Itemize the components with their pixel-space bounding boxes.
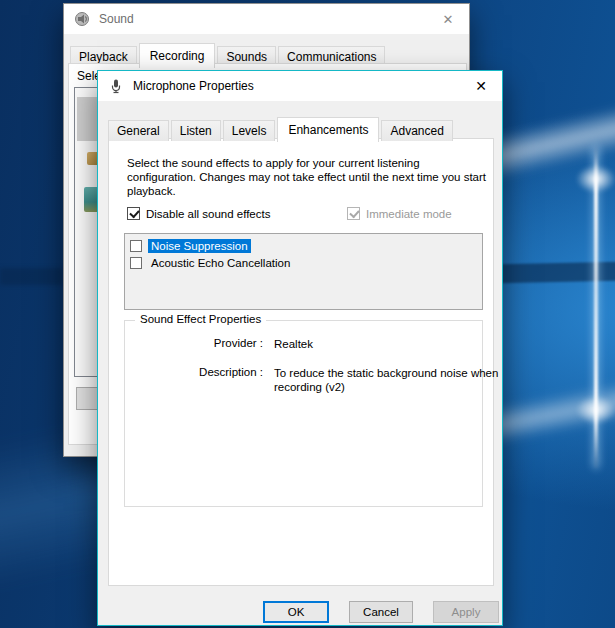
wallpaper-window-edge: [594, 146, 598, 468]
immediate-mode-label: Immediate mode: [366, 208, 452, 220]
wallpaper-window-pane-gap: [498, 262, 615, 284]
tab-enhancements[interactable]: Enhancements: [277, 117, 379, 142]
tab-advanced[interactable]: Advanced: [381, 120, 452, 141]
tab-levels[interactable]: Levels: [223, 120, 276, 141]
ok-button[interactable]: OK: [263, 601, 329, 623]
group-title: Sound Effect Properties: [135, 313, 266, 325]
mic-close-icon[interactable]: ✕: [460, 71, 502, 101]
microphone-icon: [108, 78, 124, 94]
disable-all-label: Disable all sound effects: [146, 208, 270, 220]
sound-effects-list[interactable]: Noise Suppression Acoustic Echo Cancella…: [124, 233, 483, 310]
checkbox-checked-icon[interactable]: [127, 207, 140, 220]
mic-tab-strip: General Listen Levels Enhancements Advan…: [108, 117, 455, 141]
speaker-icon: [74, 11, 90, 27]
sound-dialog-title: Sound: [99, 12, 134, 26]
list-item-noise-suppression[interactable]: Noise Suppression: [125, 237, 482, 254]
immediate-mode-checkbox: Immediate mode: [347, 207, 452, 220]
enhancements-tab-page: Select the sound effects to apply for yo…: [108, 138, 494, 586]
sound-effect-properties-group: Sound Effect Properties Provider : Realt…: [124, 320, 483, 507]
sound-titlebar[interactable]: Sound ✕: [64, 4, 469, 34]
desktop-wallpaper: Sound ✕ Playback Recording Sounds Commun…: [0, 0, 615, 628]
disable-all-sound-effects-checkbox[interactable]: Disable all sound effects: [127, 207, 270, 220]
microphone-properties-dialog: Microphone Properties ✕ General Listen L…: [97, 70, 503, 626]
effect-label[interactable]: Noise Suppression: [148, 239, 251, 253]
description-label: Description :: [125, 366, 263, 394]
description-value: To reduce the static background noise wh…: [274, 366, 514, 394]
tab-listen[interactable]: Listen: [171, 120, 221, 141]
mic-titlebar[interactable]: Microphone Properties ✕: [98, 71, 502, 101]
provider-label: Provider :: [125, 337, 263, 351]
provider-value: Realtek: [274, 337, 514, 351]
apply-button: Apply: [433, 601, 499, 623]
description-row: Description : To reduce the static backg…: [125, 366, 514, 394]
wallpaper-window-pane-gap-left: [0, 268, 63, 285]
cancel-button[interactable]: Cancel: [349, 601, 413, 623]
provider-row: Provider : Realtek: [125, 337, 514, 351]
list-item-acoustic-echo-cancellation[interactable]: Acoustic Echo Cancellation: [125, 254, 482, 271]
tab-recording[interactable]: Recording: [139, 43, 216, 68]
mic-dialog-title: Microphone Properties: [133, 79, 254, 93]
tab-general[interactable]: General: [108, 120, 169, 141]
checkbox-unchecked-icon[interactable]: [130, 257, 142, 269]
sound-close-icon[interactable]: ✕: [427, 4, 469, 34]
effect-label[interactable]: Acoustic Echo Cancellation: [148, 256, 293, 270]
wallpaper-glow-bottom: [576, 396, 615, 424]
checkbox-unchecked-icon[interactable]: [130, 240, 142, 252]
wallpaper-glow-top: [576, 165, 615, 193]
enhancements-intro-text: Select the sound effects to apply for yo…: [127, 156, 487, 198]
checkbox-checked-disabled-icon: [347, 207, 360, 220]
